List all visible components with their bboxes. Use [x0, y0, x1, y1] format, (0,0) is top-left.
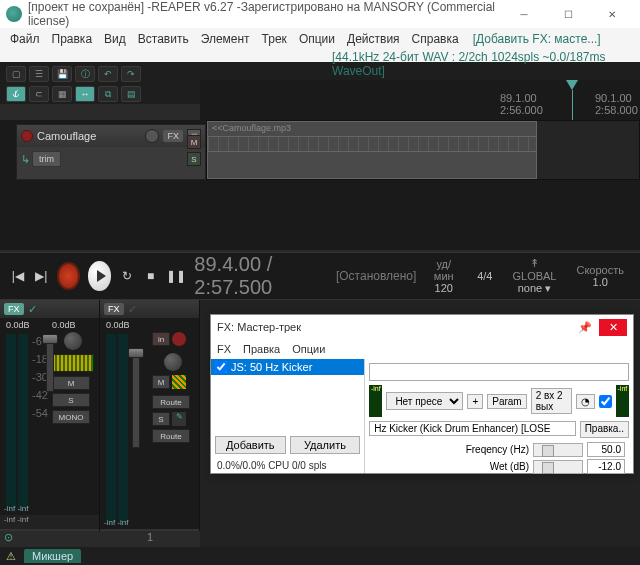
- playrate-box[interactable]: Скорость1.0: [570, 262, 630, 290]
- track-name[interactable]: Camouflage: [37, 130, 141, 142]
- track1-route-button[interactable]: Route: [152, 395, 190, 409]
- transport-time[interactable]: 89.4.00 / 2:57.500: [194, 253, 320, 299]
- track1-env-icon[interactable]: ✎: [172, 412, 186, 426]
- pause-button[interactable]: ❚❚: [166, 266, 186, 286]
- track1-mute-button[interactable]: M: [152, 375, 170, 389]
- bpm-box[interactable]: уд/мин120: [424, 256, 463, 296]
- timeline-ruler[interactable]: 89.1.002:56.000 90.1.002:58.000: [200, 80, 640, 120]
- track1-rec-button[interactable]: [172, 332, 186, 346]
- tool-redo-icon[interactable]: ↷: [121, 66, 141, 82]
- volume-knob[interactable]: [145, 129, 159, 143]
- trim-button[interactable]: trim: [32, 151, 61, 167]
- tool-lock-icon[interactable]: ⫝̸: [6, 86, 26, 102]
- playhead-icon[interactable]: [566, 80, 578, 90]
- fx-pin-button[interactable]: 📌: [571, 321, 599, 334]
- fx-add-button[interactable]: Добавить: [215, 436, 286, 454]
- menu-edit[interactable]: Правка: [46, 28, 99, 50]
- timesig-box[interactable]: 4/4: [471, 268, 498, 284]
- tool-new-icon[interactable]: ▢: [6, 66, 26, 82]
- master-output-icon[interactable]: [52, 354, 94, 372]
- warning-icon[interactable]: ⚠: [6, 550, 16, 563]
- fx-params-pane: -inf Нет пресе + Param 2 вх 2 вых ◔ -inf…: [365, 359, 633, 473]
- clip-label: <<Camouflage.mp3: [212, 123, 291, 133]
- tool-ripple-icon[interactable]: ↔: [75, 86, 95, 102]
- input-icon[interactable]: ↳: [21, 153, 30, 166]
- param-value[interactable]: 50.0: [587, 442, 625, 457]
- fx-enable-checkbox[interactable]: [215, 361, 227, 373]
- track1-route2-button[interactable]: Route: [152, 429, 190, 443]
- master-solo-button[interactable]: S: [52, 393, 90, 407]
- master-mute-button[interactable]: M: [52, 376, 90, 390]
- menu-view[interactable]: Вид: [98, 28, 132, 50]
- param-value[interactable]: -12.0: [587, 459, 625, 474]
- track-fx-button[interactable]: FX: [163, 130, 183, 142]
- track1-fader-handle[interactable]: [128, 348, 144, 358]
- loop-button[interactable]: ↻: [119, 266, 135, 286]
- menu-item[interactable]: Элемент: [195, 28, 256, 50]
- fx-preset-dropdown[interactable]: Нет пресе: [386, 392, 463, 410]
- record-button[interactable]: [57, 262, 80, 290]
- track1-phase-icon[interactable]: [172, 375, 186, 389]
- audio-clip[interactable]: <<Camouflage.mp3: [207, 121, 537, 179]
- master-mono-button[interactable]: MONO: [52, 410, 90, 424]
- fx-preset-plus-button[interactable]: +: [467, 394, 483, 409]
- track-lane[interactable]: <<Camouflage.mp3: [206, 120, 640, 180]
- track1-fx-button[interactable]: FX: [104, 303, 124, 315]
- fx-remove-button[interactable]: Удалить: [290, 436, 361, 454]
- menu-file[interactable]: Файл: [4, 28, 46, 50]
- tool-settings-icon[interactable]: ⓘ: [75, 66, 95, 82]
- goto-start-button[interactable]: |◀: [10, 266, 26, 286]
- fx-bypass-checkbox[interactable]: [599, 395, 612, 408]
- fx-list-item[interactable]: JS: 50 Hz Kicker: [211, 359, 364, 375]
- track-control-panel[interactable]: Camouflage FX ⊡ ↳ trim M S: [16, 124, 206, 180]
- param-slider[interactable]: [533, 443, 583, 457]
- track1-pan-knob[interactable]: [164, 353, 182, 371]
- track1-in-button[interactable]: in: [152, 332, 170, 346]
- tool-save-icon[interactable]: 💾: [52, 66, 72, 82]
- tool-snap-icon[interactable]: ⧉: [98, 86, 118, 102]
- fx-menu-edit[interactable]: Правка: [243, 343, 280, 355]
- minimize-button[interactable]: ─: [502, 0, 546, 28]
- record-arm-button[interactable]: [21, 130, 33, 142]
- mixer-track-strip[interactable]: FX ✓ 0.0dB in M Route S ✎: [100, 300, 200, 547]
- track1-solo-button[interactable]: S: [152, 412, 170, 426]
- tool-envelope-icon[interactable]: ⊂: [29, 86, 49, 102]
- master-pan-knob[interactable]: [64, 332, 82, 350]
- menu-options[interactable]: Опции: [293, 28, 341, 50]
- track1-peak: -inf -inf: [104, 518, 128, 527]
- menu-insert[interactable]: Вставить: [132, 28, 195, 50]
- master-fx-bypass-icon[interactable]: ✓: [28, 303, 37, 316]
- fx-io-button[interactable]: 2 вх 2 вых: [531, 388, 572, 414]
- fx-close-button[interactable]: ✕: [599, 319, 627, 336]
- master-fader-handle[interactable]: [42, 334, 58, 344]
- goto-end-button[interactable]: ▶|: [34, 266, 50, 286]
- param-slider[interactable]: [533, 460, 583, 474]
- menu-addfx[interactable]: [Добавить FX: масте...]: [465, 32, 601, 46]
- mute-button[interactable]: M: [187, 135, 201, 149]
- fx-menu-fx[interactable]: FX: [217, 343, 231, 355]
- menu-help[interactable]: Справка: [406, 28, 465, 50]
- solo-button[interactable]: S: [187, 152, 201, 166]
- fx-param-button[interactable]: Param: [487, 394, 526, 409]
- track1-fx-bypass-icon[interactable]: ✓: [128, 303, 137, 316]
- tool-grid-icon[interactable]: ▤: [121, 86, 141, 102]
- master-fx-button[interactable]: FX: [4, 303, 24, 315]
- menu-track[interactable]: Трек: [256, 28, 293, 50]
- maximize-button[interactable]: ☐: [546, 0, 590, 28]
- fx-window-titlebar[interactable]: FX: Мастер-трек 📌 ✕: [211, 315, 633, 339]
- tool-undo-icon[interactable]: ↶: [98, 66, 118, 82]
- fx-ui-button[interactable]: ◔: [576, 394, 595, 409]
- tool-group-icon[interactable]: ▦: [52, 86, 72, 102]
- menu-actions[interactable]: Действия: [341, 28, 406, 50]
- mixer-master-strip[interactable]: FX ✓ 0.0dB 0.0dB -6-18 -30-42 -54 M S MO…: [0, 300, 100, 547]
- mixer-tab[interactable]: Микшер: [24, 549, 81, 563]
- fx-edit-button[interactable]: Правка..: [580, 421, 629, 438]
- fx-comment-field[interactable]: [369, 363, 629, 381]
- play-button[interactable]: [88, 261, 111, 291]
- stop-button[interactable]: ■: [143, 266, 159, 286]
- fx-chain-window[interactable]: FX: Мастер-трек 📌 ✕ FX Правка Опции JS: …: [210, 314, 634, 474]
- tool-open-icon[interactable]: ☰: [29, 66, 49, 82]
- close-button[interactable]: ✕: [590, 0, 634, 28]
- global-automation-box[interactable]: ↟ GLOBALnone ▾: [506, 255, 562, 297]
- fx-menu-options[interactable]: Опции: [292, 343, 325, 355]
